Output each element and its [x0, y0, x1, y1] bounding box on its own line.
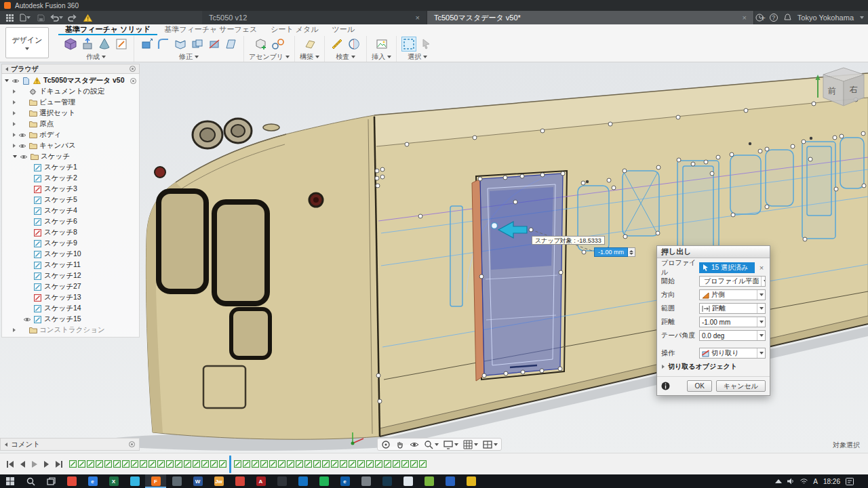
timeline-feature-sketch-icon[interactable] — [375, 460, 382, 468]
timeline-feature-sketch-icon[interactable] — [69, 460, 77, 468]
expand-toggle-icon[interactable] — [13, 111, 16, 115]
notification-center-icon[interactable] — [846, 478, 854, 485]
browser-item[interactable]: キャンバス — [2, 140, 139, 151]
taskbar-app-icon[interactable]: e — [334, 474, 355, 488]
group-label[interactable]: 挿入 — [372, 52, 385, 62]
timeline-feature-sketch-icon[interactable] — [131, 460, 138, 468]
modify-presspull-icon[interactable] — [139, 37, 154, 52]
expand-toggle-icon[interactable] — [13, 155, 17, 158]
browser-item-sketch[interactable]: スケッチ10 — [2, 249, 139, 260]
modify-split-icon[interactable] — [207, 37, 222, 52]
chevron-down-icon[interactable] — [860, 16, 864, 19]
timeline-feature-sketch-icon[interactable] — [157, 460, 165, 468]
dock-icon[interactable] — [130, 66, 136, 72]
browser-item[interactable]: 原点 — [2, 119, 139, 129]
timeline-feature-sketch-icon[interactable] — [210, 460, 218, 468]
taskbar-app-icon[interactable]: X — [103, 474, 124, 488]
clock[interactable]: 18:26 — [823, 478, 840, 485]
save-icon[interactable] — [34, 12, 47, 24]
visibility-eye-icon[interactable] — [11, 78, 20, 84]
timeline-feature-sketch-icon[interactable] — [243, 460, 250, 468]
browser-item-sketch[interactable]: スケッチ27 — [2, 281, 139, 292]
info-icon[interactable] — [661, 382, 670, 390]
help-icon[interactable]: ? — [770, 14, 778, 22]
timeline-feature-sketch-icon[interactable] — [234, 460, 241, 468]
selected-profile[interactable] — [472, 174, 563, 381]
browser-item-sketch[interactable]: スケッチ15 — [2, 314, 139, 325]
timeline-feature-sketch-icon[interactable] — [269, 460, 277, 468]
expand-section-icon[interactable] — [662, 365, 665, 369]
direction-dropdown[interactable]: 片側 — [699, 289, 766, 300]
timeline-feature-sketch-icon[interactable] — [419, 460, 427, 468]
group-label[interactable]: アセンブリ — [249, 52, 283, 62]
taskbar-app-icon[interactable] — [271, 474, 292, 488]
timeline-feature-sketch-icon[interactable] — [193, 460, 200, 468]
expand-toggle-icon[interactable] — [13, 133, 16, 137]
timeline-feature-sketch-icon[interactable] — [184, 460, 191, 468]
browser-item-sketch[interactable]: スケッチ1 — [2, 162, 139, 173]
browser-item-sketch[interactable]: スケッチ14 — [2, 303, 139, 314]
browser-item-sketch[interactable]: スケッチ3 — [2, 184, 139, 195]
expand-toggle-icon[interactable] — [13, 328, 16, 332]
ime-indicator[interactable]: A — [813, 478, 818, 485]
expand-toggle-icon[interactable] — [5, 79, 9, 82]
job-status-icon[interactable] — [755, 14, 764, 22]
browser-item-sketch[interactable]: スケッチ6 — [2, 216, 139, 227]
browser-header[interactable]: ブラウザ — [1, 64, 140, 74]
timeline-position-marker[interactable] — [229, 455, 231, 473]
browser-item[interactable]: ビュー管理 — [2, 97, 139, 108]
close-tab-icon[interactable]: × — [737, 14, 747, 22]
assembly-joint-icon[interactable] — [271, 37, 285, 52]
distance-input[interactable]: -1.00 mm — [699, 317, 766, 327]
comments-panel[interactable]: コメント — [0, 438, 140, 451]
start-dropdown[interactable]: プロファイル平面 — [699, 276, 766, 287]
browser-item-sketch[interactable]: スケッチ11 — [2, 260, 139, 270]
assembly-component-icon[interactable] — [254, 37, 269, 52]
viewcube-front-face[interactable]: 前 — [828, 86, 836, 96]
warning-icon[interactable] — [81, 12, 94, 24]
dimension-spinner[interactable] — [628, 247, 635, 257]
timeline-feature-sketch-icon[interactable] — [252, 460, 259, 468]
timeline-feature-sketch-icon[interactable] — [149, 460, 156, 468]
create-revolve-icon[interactable] — [97, 37, 112, 52]
taskbar-app-icon[interactable] — [313, 474, 334, 488]
group-label[interactable]: 作成 — [86, 52, 100, 62]
dock-icon[interactable] — [129, 441, 135, 447]
timeline-feature-sketch-icon[interactable] — [87, 460, 94, 468]
timeline-feature-sketch-icon[interactable] — [278, 460, 285, 468]
timeline-feature-sketch-icon[interactable] — [331, 460, 338, 468]
tab-sheetmetal[interactable]: シート メタル — [264, 24, 325, 35]
timeline-feature-sketch-icon[interactable] — [401, 460, 409, 468]
speaker-icon[interactable] — [787, 478, 795, 485]
taskbar-app-icon[interactable] — [124, 474, 145, 488]
timeline-feature-sketch-icon[interactable] — [296, 460, 303, 468]
browser-item-sketch[interactable]: スケッチ9 — [2, 238, 139, 249]
visibility-eye-icon[interactable] — [18, 132, 26, 138]
timeline-feature-sketch-icon[interactable] — [304, 460, 312, 468]
modify-combine-icon[interactable] — [190, 37, 205, 52]
tab-tools[interactable]: ツール — [326, 24, 362, 35]
expand-toggle-icon[interactable] — [13, 122, 16, 126]
tab-surface[interactable]: 基準フィーチャ サーフェス — [157, 24, 264, 35]
visibility-eye-icon[interactable] — [18, 143, 26, 149]
extent-dropdown[interactable]: 距離 — [699, 303, 766, 314]
objects-to-cut-section[interactable]: 切り取るオブジェクト — [657, 360, 770, 373]
timeline-feature-sketch-icon[interactable] — [113, 460, 121, 468]
browser-item-sketch[interactable]: スケッチ2 — [2, 173, 139, 184]
task-view-icon[interactable] — [41, 474, 61, 488]
tray-chevron-up-icon[interactable] — [775, 479, 782, 483]
taskbar-app-icon[interactable] — [460, 474, 481, 488]
browser-item-sketch[interactable]: スケッチ4 — [2, 205, 139, 216]
inspect-section-icon[interactable] — [347, 37, 361, 52]
dimension-input-group[interactable]: -1.00 mm — [594, 247, 635, 257]
skip-to-start-icon[interactable] — [5, 460, 15, 469]
orbit-icon[interactable] — [381, 440, 391, 449]
taskbar-app-icon[interactable]: W — [187, 474, 208, 488]
taper-angle-input[interactable]: 0.0 deg — [699, 330, 766, 341]
inspect-measure-icon[interactable] — [330, 37, 344, 52]
timeline-feature-sketch-icon[interactable] — [366, 460, 374, 468]
taskbar-search-icon[interactable] — [20, 474, 41, 488]
user-name[interactable]: Tokyo Yokohama — [797, 14, 854, 22]
step-back-icon[interactable] — [18, 460, 27, 469]
group-label[interactable]: 検査 — [336, 52, 349, 62]
